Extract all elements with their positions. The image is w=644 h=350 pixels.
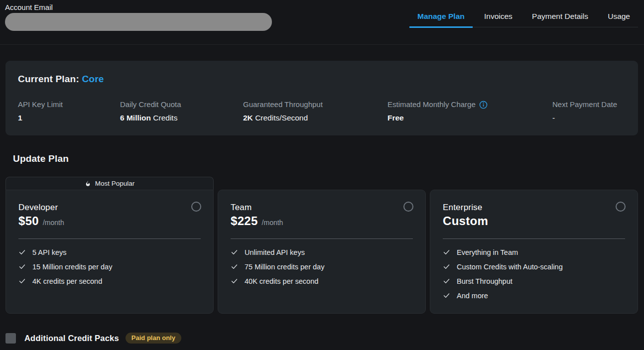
check-icon	[231, 263, 238, 270]
tab-usage[interactable]: Usage	[600, 8, 638, 28]
feature-item: Everything in Team	[443, 245, 628, 259]
stat-api-key-limit: API Key Limit 1	[18, 100, 63, 122]
plan-price-row: Custom	[443, 214, 492, 228]
check-icon	[443, 263, 450, 270]
stat-label: Estimated Monthly Charge	[387, 100, 488, 109]
check-icon	[231, 277, 238, 285]
tab-payment-details[interactable]: Payment Details	[524, 8, 596, 28]
stat-daily-credit-quota: Daily Credit Quota 6 Million Credits	[120, 100, 181, 122]
stat-value: Free	[387, 114, 488, 122]
stat-label: Guaranteed Throughput	[243, 100, 323, 109]
check-icon	[443, 277, 450, 285]
plan-price: $50	[18, 214, 39, 228]
feature-item: Custom Credits with Auto-scaling	[443, 259, 628, 274]
stat-next-payment-date: Next Payment Date -	[552, 100, 617, 122]
check-icon	[443, 292, 450, 299]
feature-item: 75 Million credits per day	[231, 259, 415, 274]
plan-price-row: $50 /month	[18, 214, 64, 228]
feature-list: Everything in Team Custom Credits with A…	[443, 245, 628, 303]
plan-name: Team	[231, 203, 252, 213]
current-plan-card: Current Plan: Core API Key Limit 1 Daily…	[5, 61, 638, 135]
feature-item: 40K credits per second	[231, 274, 415, 288]
feature-item: 15 Million credits per day	[18, 259, 203, 274]
current-plan-title-prefix: Current Plan:	[18, 74, 82, 84]
divider	[443, 238, 625, 239]
stat-guaranteed-throughput: Guaranteed Throughput 2K Credits/Second	[243, 100, 323, 122]
plan-card-developer: Most Popular Developer $50 /month 5 API …	[5, 177, 214, 314]
current-plan-name: Core	[82, 74, 104, 84]
feature-list: 5 API keys 15 Million credits per day 4K…	[18, 245, 203, 288]
credit-packs-label: Additional Credit Packs	[24, 334, 119, 343]
most-popular-banner: Most Popular	[5, 177, 214, 190]
check-icon	[18, 263, 26, 270]
plan-radio-developer[interactable]	[191, 202, 201, 212]
feature-item: 5 API keys	[18, 245, 203, 259]
stat-value: 6 Million Credits	[120, 114, 181, 122]
plan-radio-enterprise[interactable]	[616, 202, 626, 212]
stat-label: Daily Credit Quota	[120, 100, 181, 109]
stat-label: API Key Limit	[18, 100, 63, 109]
stat-estimated-monthly-charge: Estimated Monthly Charge Free	[387, 100, 488, 122]
plan-card-enterprise: Enterprise Custom Everything in Team Cus…	[430, 190, 638, 314]
flame-icon	[85, 180, 91, 187]
account-email-label: Account Email	[5, 3, 53, 11]
tab-invoices[interactable]: Invoices	[476, 8, 520, 28]
check-icon	[18, 277, 26, 285]
additional-credit-packs-row: Additional Credit Packs Paid plan only	[5, 333, 181, 344]
plan-period: /month	[43, 219, 64, 227]
stat-value: 2K Credits/Second	[243, 114, 323, 122]
divider	[231, 238, 413, 239]
paid-plan-only-badge: Paid plan only	[126, 333, 181, 344]
check-icon	[18, 248, 26, 256]
plan-price: $225	[231, 214, 258, 228]
current-plan-title: Current Plan: Core	[18, 74, 104, 85]
divider	[18, 238, 201, 239]
tab-manage-plan[interactable]: Manage Plan	[409, 8, 473, 28]
plan-name: Developer	[18, 203, 58, 213]
feature-item: And more	[443, 288, 628, 303]
stat-value: -	[552, 114, 617, 122]
feature-item: Burst Throughput	[443, 274, 628, 288]
feature-item: 4K credits per second	[18, 274, 203, 288]
check-icon	[443, 248, 450, 256]
plan-period: /month	[262, 219, 283, 227]
update-plan-title: Update Plan	[13, 153, 69, 164]
plan-price: Custom	[443, 214, 488, 228]
credit-packs-checkbox[interactable]	[5, 333, 16, 344]
most-popular-label: Most Popular	[95, 180, 135, 187]
check-icon	[231, 248, 238, 256]
plan-price-row: $225 /month	[231, 214, 283, 228]
header-divider	[0, 44, 644, 45]
billing-tabs: Manage Plan Invoices Payment Details Usa…	[409, 8, 638, 27]
stat-value: 1	[18, 114, 63, 122]
plan-name: Enterprise	[443, 203, 482, 213]
feature-item: Unlimited API keys	[231, 245, 415, 259]
plan-card-team: Team $225 /month Unlimited API keys 75 M…	[218, 190, 426, 314]
stat-label: Next Payment Date	[552, 100, 617, 109]
plan-radio-team[interactable]	[403, 202, 413, 212]
feature-list: Unlimited API keys 75 Million credits pe…	[231, 245, 415, 288]
info-icon[interactable]	[479, 101, 488, 109]
account-email-input[interactable]	[5, 13, 272, 31]
